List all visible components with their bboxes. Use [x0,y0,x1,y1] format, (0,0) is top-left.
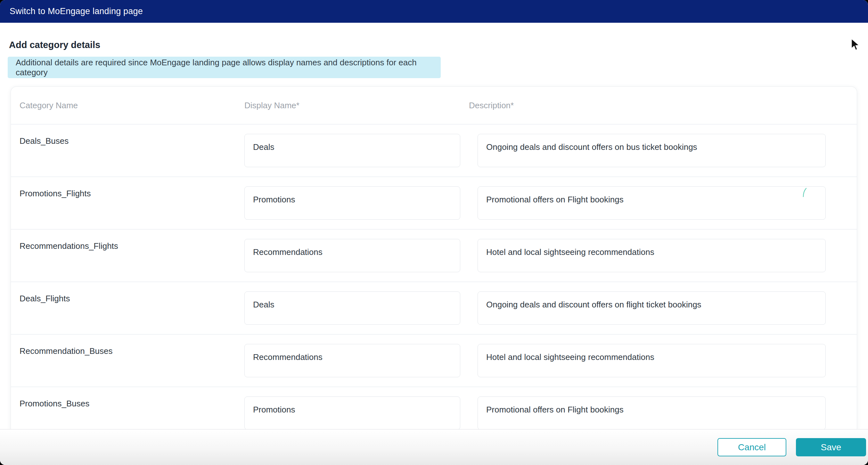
description-cell: Promotional offers on Flight bookings [477,177,826,229]
table-row: Deals_Flights Deals Ongoing deals and di… [11,282,857,335]
category-name-cell: Deals_Buses [20,125,244,177]
column-header-description: Description* [469,100,817,111]
save-button[interactable]: Save [796,438,866,456]
display-name-input[interactable]: Deals [244,134,460,167]
description-cell: Hotel and local sightseeing recommendati… [477,335,826,386]
column-header-display-name: Display Name* [244,100,469,111]
display-name-input[interactable]: Promotions [244,397,460,430]
modal-page: Switch to MoEngage landing page Add cate… [0,0,868,465]
table-header-row: Category Name Display Name* Description* [11,87,857,125]
description-input[interactable]: Hotel and local sightseeing recommendati… [477,344,826,377]
table-row: Recommendations_Flights Recommendations … [11,229,857,282]
table-row: Recommendation_Buses Recommendations Hot… [11,335,857,387]
display-name-cell: Promotions [244,177,469,229]
table-row: Deals_Buses Deals Ongoing deals and disc… [11,125,857,177]
header-title: Switch to MoEngage landing page [10,6,143,16]
info-banner: Additional details are required since Mo… [8,57,441,78]
category-name-cell: Promotions_Buses [20,387,244,430]
cancel-button[interactable]: Cancel [717,438,786,456]
info-banner-text: Additional details are required since Mo… [16,58,441,78]
category-name-cell: Recommendation_Buses [20,335,244,386]
display-name-cell: Deals [244,282,469,334]
display-name-cell: Recommendations [244,229,469,281]
category-name-cell: Recommendations_Flights [20,229,244,281]
description-cell: Promotional offers on Flight bookings [477,387,826,430]
display-name-input[interactable]: Deals [244,291,460,325]
display-name-input[interactable]: Recommendations [244,239,460,272]
description-input[interactable]: Promotional offers on Flight bookings [477,397,826,430]
display-name-input[interactable]: Promotions [244,186,460,220]
display-name-cell: Promotions [244,387,469,430]
column-header-category-name: Category Name [20,100,244,111]
page-title: Add category details [9,40,100,50]
display-name-input[interactable]: Recommendations [244,344,460,377]
category-table-card: Category Name Display Name* Description*… [10,87,857,430]
mouse-cursor-icon [849,38,863,54]
display-name-cell: Recommendations [244,335,469,386]
description-cell: Ongoing deals and discount offers on fli… [477,282,826,334]
table-row: Promotions_Flights Promotions Promotiona… [11,177,857,229]
description-input[interactable]: Ongoing deals and discount offers on fli… [477,291,826,325]
table-row: Promotions_Buses Promotions Promotional … [11,387,857,430]
top-header-bar: Switch to MoEngage landing page [0,0,868,23]
description-cell: Hotel and local sightseeing recommendati… [477,229,826,281]
description-input[interactable]: Promotional offers on Flight bookings [477,186,826,220]
description-input[interactable]: Hotel and local sightseeing recommendati… [477,239,826,272]
table-body: Deals_Buses Deals Ongoing deals and disc… [11,125,857,430]
footer-action-bar: Cancel Save [0,429,868,465]
description-cell: Ongoing deals and discount offers on bus… [477,125,826,177]
description-input[interactable]: Ongoing deals and discount offers on bus… [477,134,826,167]
display-name-cell: Deals [244,125,469,177]
category-name-cell: Promotions_Flights [20,177,244,229]
category-name-cell: Deals_Flights [20,282,244,334]
